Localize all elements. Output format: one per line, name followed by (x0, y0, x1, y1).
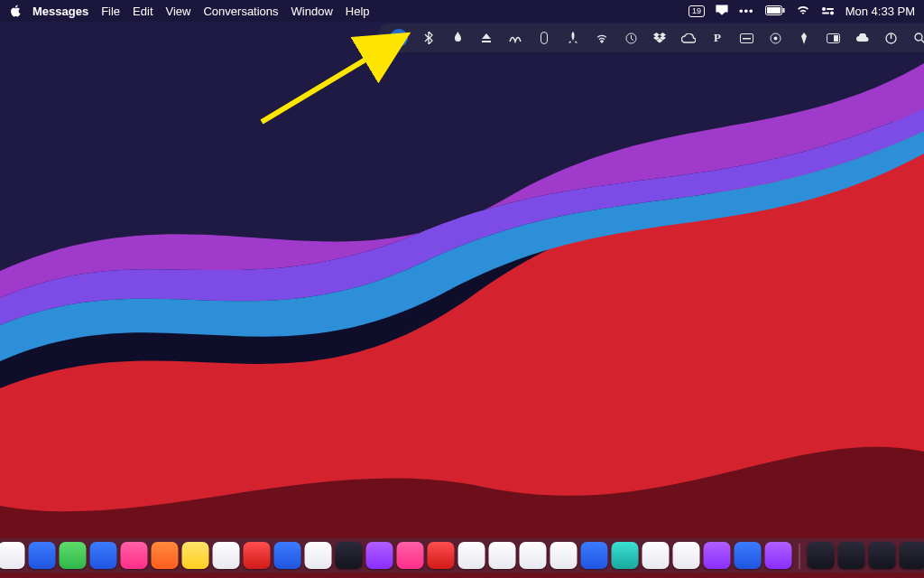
svg-point-13 (773, 36, 777, 40)
svg-rect-5 (827, 8, 834, 10)
menu-window[interactable]: Window (291, 5, 333, 18)
control-center-icon[interactable] (821, 5, 835, 18)
calendar-badge[interactable]: 19 (688, 5, 705, 17)
svg-rect-11 (743, 38, 751, 40)
dock-app[interactable] (581, 542, 608, 569)
svg-point-4 (822, 7, 826, 11)
wifi-signal-icon[interactable] (594, 30, 610, 46)
dock-app[interactable] (152, 542, 179, 569)
dock-recent[interactable] (838, 542, 865, 569)
dock-app[interactable] (29, 542, 56, 569)
dock-recent[interactable] (808, 542, 835, 569)
dock-app[interactable] (673, 542, 700, 569)
menu-conversations[interactable]: Conversations (203, 5, 278, 18)
p-icon[interactable]: P (709, 30, 725, 46)
apple-menu-icon[interactable] (9, 5, 22, 17)
svg-rect-7 (822, 12, 829, 14)
dock-app[interactable] (397, 542, 424, 569)
dock-app[interactable] (612, 542, 639, 569)
power-icon[interactable] (882, 30, 899, 46)
svg-rect-2 (767, 7, 781, 14)
dock-app[interactable] (458, 542, 485, 569)
dock-app[interactable] (520, 542, 547, 569)
svg-rect-3 (782, 8, 784, 13)
dock-app[interactable] (121, 542, 148, 569)
swirl-icon[interactable] (507, 30, 523, 46)
search-icon[interactable] (911, 30, 924, 46)
dock-recent[interactable] (900, 542, 925, 569)
rocket-icon[interactable] (565, 30, 581, 46)
menu-view[interactable]: View (166, 5, 191, 18)
bluetooth-icon[interactable] (420, 30, 437, 46)
screen-icon[interactable] (825, 30, 841, 46)
battery-icon[interactable] (765, 5, 785, 18)
flame-icon[interactable] (449, 30, 466, 46)
annotation-arrow (257, 27, 420, 126)
dock-app[interactable] (213, 542, 240, 569)
wifi-icon[interactable] (796, 5, 810, 18)
dock-app[interactable] (489, 542, 516, 569)
dock-app[interactable] (765, 542, 792, 569)
dock-app[interactable] (182, 542, 209, 569)
menu-edit[interactable]: Edit (133, 5, 152, 18)
menubar-clock[interactable]: Mon 4:33 PM (845, 5, 915, 18)
launch-icon[interactable] (796, 30, 812, 46)
bartender-tray: P (379, 23, 924, 52)
dock-app[interactable] (274, 542, 301, 569)
dock-app[interactable] (244, 542, 271, 569)
target-icon[interactable] (767, 30, 783, 46)
dock-app[interactable] (305, 542, 332, 569)
svg-point-6 (830, 11, 834, 14)
dock-app[interactable] (90, 542, 117, 569)
dock-app[interactable] (60, 542, 87, 569)
svg-line-18 (262, 38, 402, 122)
dock-mail[interactable] (0, 542, 25, 569)
dock-app[interactable] (428, 542, 455, 569)
more-icon[interactable]: ••• (739, 5, 754, 18)
svg-rect-8 (541, 33, 548, 44)
card-icon[interactable] (738, 30, 754, 46)
dock-app[interactable] (550, 542, 578, 569)
menubar-status-area: 19 ••• Mon 4:33 PM (688, 5, 915, 18)
svg-rect-15 (834, 35, 838, 42)
menubar: Messages File Edit View Conversations Wi… (0, 0, 924, 22)
svg-point-17 (915, 33, 922, 41)
cloud-blob-icon[interactable] (854, 30, 870, 46)
app-name[interactable]: Messages (32, 5, 88, 18)
clock-icon[interactable] (623, 30, 639, 46)
dock (0, 538, 924, 573)
dropbox-icon[interactable] (651, 30, 668, 46)
dock-separator (799, 544, 800, 569)
menu-file[interactable]: File (101, 5, 120, 18)
dock-app[interactable] (704, 542, 731, 569)
dock-app[interactable] (336, 542, 363, 569)
menu-help[interactable]: Help (346, 5, 370, 18)
eject-icon[interactable] (478, 30, 494, 46)
dock-app[interactable] (735, 542, 762, 569)
dock-app[interactable] (366, 542, 393, 569)
dock-app[interactable] (642, 542, 670, 569)
airplay-icon[interactable] (716, 5, 728, 18)
dock-recent[interactable] (869, 542, 896, 569)
mouse-icon[interactable] (536, 30, 552, 46)
wallpaper (0, 0, 924, 578)
creative-cloud-icon[interactable] (680, 30, 697, 46)
